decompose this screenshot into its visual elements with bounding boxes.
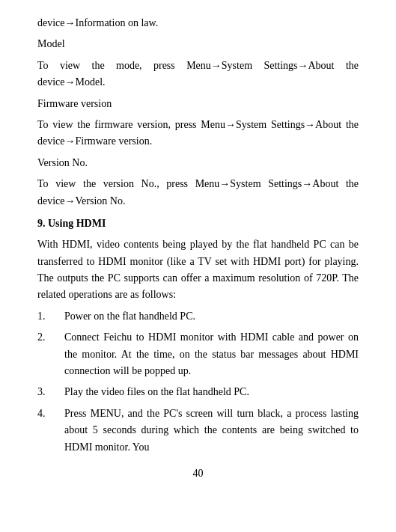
list-number-4: 4. <box>37 406 64 456</box>
list-item-3: 3. Play the video files on the flat hand… <box>37 384 359 400</box>
list-number-3: 3. <box>37 384 64 400</box>
list-content-4: Press MENU, and the PC's screen will tur… <box>64 406 359 456</box>
line3: To view the mode, press Menu→System Sett… <box>37 58 359 91</box>
line5: To view the firmware version, press Menu… <box>37 117 359 150</box>
list-content-2: Connect Feichu to HDMI monitor with HDMI… <box>64 329 359 379</box>
line7: To view the version No., press Menu→Syst… <box>37 176 359 210</box>
line2: Model <box>37 36 359 52</box>
list-number-1: 1. <box>37 308 64 325</box>
list-item-2: 2. Connect Feichu to HDMI monitor with H… <box>37 329 359 379</box>
list-item-1: 1. Power on the flat handheld PC. <box>37 308 359 325</box>
list-content-3: Play the video files on the flat handhel… <box>64 384 359 400</box>
list-item-4: 4. Press MENU, and the PC's screen will … <box>37 406 359 456</box>
line4: Firmware version <box>37 96 359 112</box>
list-number-2: 2. <box>37 329 64 379</box>
list-content-1: Power on the flat handheld PC. <box>64 308 359 325</box>
line6: Version No. <box>37 155 359 171</box>
line1: device→Information on law. <box>37 15 359 31</box>
page-number: 40 <box>37 468 359 480</box>
heading-9: 9. Using HDMI <box>37 215 359 232</box>
para-9: With HDMI, video contents being played b… <box>37 236 359 304</box>
